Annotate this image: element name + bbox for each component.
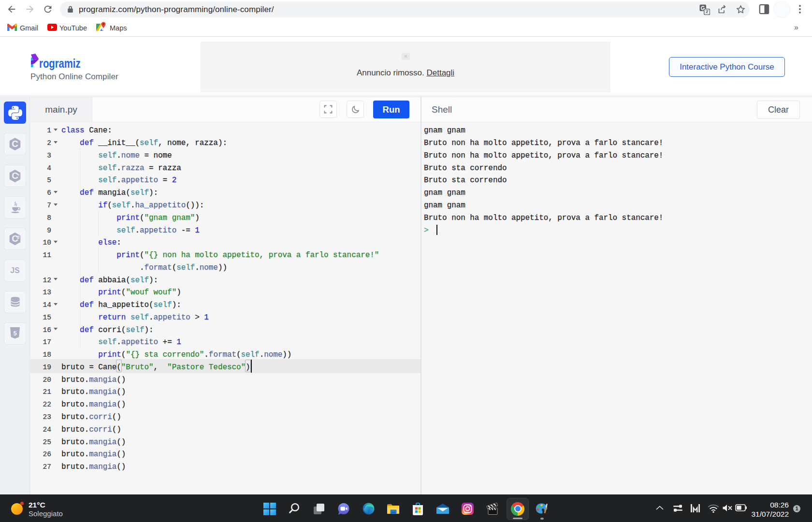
svg-text:C: C xyxy=(12,139,18,149)
svg-text:5: 5 xyxy=(13,330,16,337)
svg-text:#: # xyxy=(17,235,20,240)
svg-text:+: + xyxy=(17,173,19,177)
